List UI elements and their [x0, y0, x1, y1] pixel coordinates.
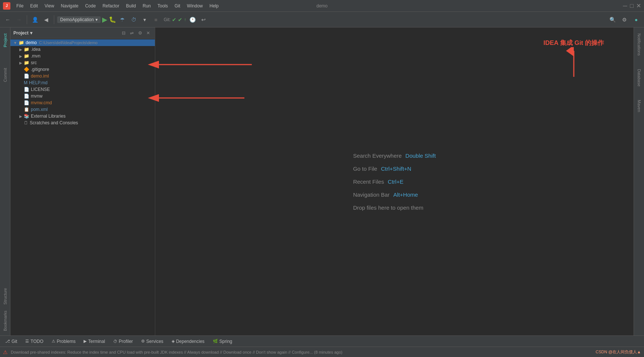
window-controls: ─ □ ✕: [622, 3, 641, 9]
back-button[interactable]: ←: [3, 15, 13, 24]
tab-terminal[interactable]: ▶ Terminal: [80, 338, 108, 345]
toolbar-separator2: [54, 15, 54, 24]
title-bar: J File Edit View Navigate Code Refactor …: [0, 0, 644, 12]
tree-root-demo[interactable]: ▼ 📁 demo C:\Users\dell\IdeaProjects\demo: [10, 39, 155, 46]
nav-label: Navigation Bar: [353, 191, 390, 198]
coverage-button[interactable]: ☂: [118, 15, 127, 24]
project-settings-button[interactable]: ⚙: [136, 29, 144, 37]
tab-problems[interactable]: ⚠ Problems: [48, 338, 79, 345]
git-checkmark1[interactable]: ✔: [172, 17, 176, 23]
git-history[interactable]: 🕐: [188, 15, 197, 24]
project-label: Project: [13, 30, 29, 36]
goto-label: Go to File: [353, 166, 377, 172]
tree-mvnw-cmd[interactable]: 📄 mvnw.cmd: [10, 99, 155, 106]
tab-spring[interactable]: 🌿 Spring: [209, 338, 236, 345]
left-tab-strip: Project Commit Structure Bookmarks: [0, 27, 10, 335]
tab-dependencies[interactable]: ◈ Dependencies: [168, 338, 208, 345]
menu-edit[interactable]: Edit: [27, 3, 41, 9]
window-title: demo: [316, 3, 328, 9]
project-tab[interactable]: Project: [2, 30, 8, 50]
main-content: Project Commit Structure Bookmarks Proje…: [0, 27, 644, 335]
tab-git[interactable]: ⎇ Git: [1, 338, 21, 345]
tree-scratches[interactable]: 🗒 Scratches and Consoles: [10, 119, 155, 126]
external-libraries-label: External Libraries: [31, 114, 65, 119]
notifications-tab[interactable]: Notifications: [636, 30, 642, 59]
git-tab-label: Git: [12, 339, 17, 344]
git-undo[interactable]: ↩: [199, 15, 208, 24]
tree-external-libraries[interactable]: ▶ 📚 External Libraries: [10, 113, 155, 119]
tree-idea[interactable]: ▶ 📁 .idea: [10, 46, 155, 53]
tree-demo-iml[interactable]: 📄 demo.iml: [10, 73, 155, 79]
profile-button[interactable]: 👤: [30, 15, 40, 24]
tree-license[interactable]: 📄 LICENSE: [10, 86, 155, 93]
services-tab-icon: ⚙: [141, 339, 145, 344]
problems-tab-icon: ⚠: [52, 339, 55, 344]
git-arrow-up: [563, 47, 585, 77]
toolbar-right: 🔍 ⚙ ●: [608, 15, 641, 24]
git-push[interactable]: ↑: [184, 17, 186, 22]
menu-view[interactable]: View: [42, 3, 57, 9]
close-project-panel[interactable]: ✕: [144, 29, 152, 37]
tree-gitignore[interactable]: 🔶 .gitignore: [10, 66, 155, 73]
tab-todo[interactable]: ☰ TODO: [22, 338, 47, 345]
search-everywhere-button[interactable]: 🔍: [608, 15, 617, 24]
minimize-button[interactable]: ─: [622, 3, 628, 9]
git-tab-icon: ⎇: [5, 339, 10, 344]
settings-button[interactable]: ⚙: [619, 15, 629, 24]
tab-services[interactable]: ⚙ Services: [137, 338, 167, 345]
menu-run[interactable]: Run: [140, 3, 154, 9]
nav-key: Alt+Home: [393, 191, 418, 198]
git-checkmark2[interactable]: ✔: [178, 17, 182, 23]
tree-src[interactable]: ▶ 📁 src: [10, 59, 155, 66]
toolbar-separator: [27, 15, 27, 24]
root-path: C:\Users\dell\IdeaProjects\demo: [39, 40, 98, 45]
root-name: demo: [26, 40, 37, 45]
close-button[interactable]: ✕: [636, 3, 641, 9]
bookmarks-tab[interactable]: Bookmarks: [2, 309, 8, 333]
status-right-text: CSDN @在人间负债人▲: [596, 349, 641, 355]
menu-navigate[interactable]: Navigate: [58, 3, 81, 9]
spring-tab-icon: 🌿: [213, 339, 218, 344]
debug-button[interactable]: 🐛: [109, 16, 116, 23]
run-config-name: DemoApplication: [60, 17, 94, 22]
shortcut-goto: Go to File Ctrl+Shift+N: [353, 166, 436, 172]
database-tab[interactable]: Database: [636, 66, 642, 89]
tab-profiler[interactable]: ⏱ Profiler: [110, 338, 137, 345]
editor-area: Search Everywhere Double Shift Go to Fil…: [155, 27, 634, 335]
tree-pom-xml[interactable]: 📋 pom.xml: [10, 106, 155, 113]
tree-help-md[interactable]: M HELP.md: [10, 79, 155, 86]
tree-mvn[interactable]: ▶ 📁 .mvn: [10, 53, 155, 59]
menu-window[interactable]: Window: [184, 3, 206, 9]
user-button[interactable]: ●: [631, 15, 641, 24]
maximize-button[interactable]: □: [629, 3, 634, 9]
stop-button[interactable]: ■: [151, 15, 161, 24]
scroll-from-source-button[interactable]: ⇌: [128, 29, 136, 37]
more-run-button[interactable]: ▾: [140, 15, 150, 24]
search-key: Double Shift: [406, 153, 436, 159]
menu-git[interactable]: Git: [172, 3, 183, 9]
nav-back-button[interactable]: ◀: [41, 15, 51, 24]
project-panel: Project ▾ ⊟ ⇌ ⚙ ✕ ▼ 📁 demo C:\Users\dell…: [10, 27, 155, 335]
menu-refactor[interactable]: Refactor: [100, 3, 122, 9]
menu-tools[interactable]: Tools: [155, 3, 171, 9]
structure-tab-bottom[interactable]: Structure: [2, 286, 8, 306]
run-button[interactable]: ▶: [102, 16, 107, 24]
tree-mvnw[interactable]: 📄 mvnw: [10, 93, 155, 99]
menu-build[interactable]: Build: [123, 3, 139, 9]
maven-tab[interactable]: Maven: [636, 97, 642, 115]
git-annotation: IDEA 集成 Git 的操作: [543, 39, 604, 77]
shortcut-nav: Navigation Bar Alt+Home: [353, 191, 436, 198]
menu-code[interactable]: Code: [82, 3, 99, 9]
menu-file[interactable]: File: [13, 3, 26, 9]
commit-tab[interactable]: Commit: [2, 65, 8, 85]
profile-run-button[interactable]: ⏱: [129, 15, 139, 24]
collapse-all-button[interactable]: ⊟: [120, 29, 127, 37]
run-config-selector[interactable]: DemoApplication ▾: [57, 16, 101, 23]
profiler-tab-label: Profiler: [119, 339, 133, 344]
app-icon: J: [3, 2, 10, 10]
forward-button[interactable]: →: [14, 15, 24, 24]
right-tab-strip: Notifications Database Maven: [634, 27, 644, 335]
project-dropdown-icon[interactable]: ▾: [30, 30, 32, 36]
status-icon: ⚠: [3, 349, 8, 355]
menu-help[interactable]: Help: [206, 3, 222, 9]
